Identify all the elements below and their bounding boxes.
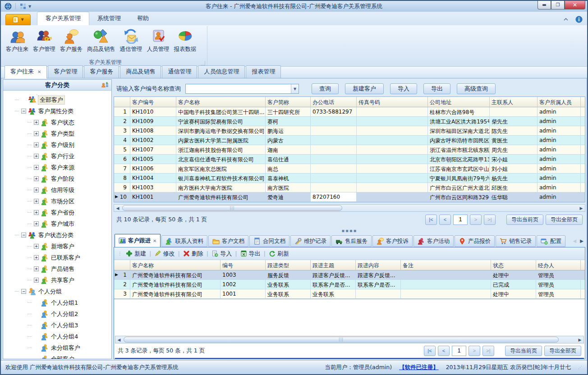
tree-expander[interactable]: − [21,233,26,238]
resize-grip-icon[interactable]: ⋰ [578,365,583,370]
customer-export-all-button[interactable]: 导出全部页 [546,215,583,225]
detail-tab-follow-up[interactable]: 客户跟进 ✕ [115,234,161,247]
tree-expander[interactable]: + [34,266,39,271]
follow-up-first-page-button[interactable]: |< [424,346,436,356]
toolbar-refresh-button[interactable]: 刷新 [269,250,289,258]
scroll-left-icon[interactable]: ◀ [115,338,123,342]
customer-search-input[interactable] [186,84,291,93]
ribbon-tab[interactable]: 客户关系管理 [37,12,89,25]
tree-item[interactable]: + 市场分区 [15,196,111,207]
tree-expander[interactable]: + [34,255,39,260]
dialog-launcher-icon[interactable] [201,61,205,65]
detail-tab-contract-docs[interactable]: 合同文档 [249,235,289,247]
column-header[interactable]: 跟进类型 [266,260,311,270]
scroll-right-icon[interactable]: ▶ [578,206,585,210]
tree-item[interactable]: + 客户省份 [15,207,111,218]
ribbon-button-customer-contacts[interactable]: 客户往来 [4,27,31,54]
close-tab-icon[interactable]: ✕ [153,238,156,243]
tree-item[interactable]: + 客户城市 [15,218,111,229]
column-header[interactable]: 办公电话 [311,97,357,107]
person-list-icon[interactable] [101,82,109,89]
tree-item[interactable]: 全部客户 [15,94,111,105]
column-header[interactable]: 备注 [401,260,491,270]
tab-scroll-right-icon[interactable]: ▶ [580,238,583,243]
customer-search-combobox[interactable]: ▼ [185,84,299,94]
toolbar-import-button[interactable]: 导入 [211,250,232,258]
info-icon[interactable] [575,16,583,23]
column-header[interactable]: 编号 [220,260,266,270]
tree-expander[interactable]: + [34,154,39,159]
table-row[interactable]: 5KH1007浙江迦南科技股份有限公司迦南浙江省温州市瓯北镇东瓯工业区园...周… [114,145,585,155]
tree-item[interactable]: + 客户类型 [15,128,111,139]
table-row[interactable]: 1KH1010中国电子科技集团公司第三十四研...三十四研究所0733-5881… [114,107,585,117]
close-button[interactable]: ✕ [565,1,585,9]
splitter-handle[interactable]: ▪▪▪▪ [114,227,585,233]
follow-up-page-input[interactable] [452,346,466,356]
minimize-button[interactable]: ▬ [537,1,551,9]
tree-item[interactable]: 个人分组4 [15,331,111,342]
column-header[interactable]: 公司地址 [428,97,490,107]
tree-item[interactable]: 个人分组1 [15,297,111,308]
doc-tab[interactable]: 报表管理 [246,65,281,78]
tree-item[interactable]: + 客户级别 [15,139,111,151]
table-row[interactable]: 7KH1006南京军区南京总医院南总江苏省南京市玄武区中山东路305号刘小姐ad… [114,164,585,174]
toolbar-delete-button[interactable]: 删除 [183,250,203,258]
follow-up-prev-page-button[interactable]: < [438,346,450,356]
table-row[interactable]: 9KH1003南方医科大学南方医院南方医院广州市白云区广州大道北1838号...… [114,183,585,192]
doc-tab[interactable]: 客户往来 ✕ [5,65,47,78]
tree-expander[interactable]: + [34,142,39,147]
table-row[interactable]: 8KH1004银川嘉泰神机工程软件技术有限公司嘉泰神机宁夏银川凤凰南街79号六楼… [114,174,585,183]
doc-tab[interactable]: 商品及销售 [120,65,161,78]
application-menu-button[interactable]: ▼ [5,14,31,25]
tree-expander[interactable]: + [34,199,39,204]
tree-item[interactable]: 未分组客户 [15,342,111,353]
customer-first-page-button[interactable]: |< [425,215,437,225]
query-button[interactable]: 导入 [390,83,417,94]
quick-access-caret-icon[interactable]: ▼ [28,5,31,9]
follow-up-next-page-button[interactable]: > [469,346,480,356]
close-tab-icon[interactable]: ✕ [37,69,41,74]
follow-up-export-all-button[interactable]: 导出全部页 [544,346,581,356]
combo-dropdown-icon[interactable]: ▼ [291,84,299,93]
doc-tab[interactable]: 客户管理 [48,65,83,78]
tree-expander[interactable]: + [34,278,39,283]
customer-last-page-button[interactable]: >| [484,215,496,225]
scrollbar-thumb[interactable]: ||| [122,205,342,211]
toolbar-export-button[interactable]: 导出 [240,250,261,258]
toolbar-new-button[interactable]: 新建 [126,250,146,258]
ribbon-button-personnel[interactable]: 人员管理 [145,27,172,54]
tree-expander[interactable]: + [34,165,39,170]
column-header[interactable]: 客户简称 [266,97,311,107]
detail-tab-complaints[interactable]: 客户投诉 [372,235,413,247]
tree-expander[interactable]: − [21,109,26,114]
detail-tab-contacts[interactable]: 联系人资料 [161,235,207,247]
table-row[interactable]: ▶10KH1001广州爱奇迪软件科技有限公司爱奇迪87207160广州市白云区同… [114,192,585,202]
ribbon-button-communication[interactable]: 通信管理 [118,27,145,54]
query-button[interactable]: 高级查询 [457,83,496,94]
detail-tab-activities[interactable]: 客户活动 [413,235,454,247]
tree-item[interactable]: + 共享客户 [15,274,111,286]
quick-access-layout-icon[interactable] [19,3,27,10]
registered-link[interactable]: 【软件已注册】 [399,364,439,371]
column-header[interactable]: 跟进主题 [311,260,356,270]
column-header[interactable]: 经办人 [536,260,581,270]
ribbon-button-customer-manage[interactable]: 客户管理 [31,27,58,54]
column-header[interactable]: 跟进内容 [356,260,401,270]
query-button[interactable]: 导出 [423,83,450,94]
doc-tab[interactable]: 通信管理 [162,65,197,78]
customer-export-current-button[interactable]: 导出当前页 [506,215,543,225]
tree-expander[interactable]: + [34,244,39,249]
table-row[interactable]: 2广州爱奇迪软件科技有限公司1002业务联系联系客户是否...联系客户是否...… [114,280,585,289]
table-row[interactable]: 4KH1002内蒙古医科大学第二附属医院内蒙古内蒙古呼和浩特市回民区内蒙古医..… [114,136,585,145]
column-header[interactable]: 客户所属人员 [537,97,581,107]
tree-expander[interactable]: + [34,131,39,136]
ribbon-button-products-sales[interactable]: 商品及销售 [85,27,118,54]
tree-item[interactable]: + 客户行业 [15,151,111,162]
tree-item[interactable]: 全部客户 [15,353,111,359]
tree-item[interactable]: − 客户属性分类 [15,105,111,117]
follow-up-export-current-button[interactable]: 导出当前页 [505,346,542,356]
ribbon-button-report-data[interactable]: 报表数据 [172,27,199,54]
column-header[interactable]: 客户名称 [176,97,266,107]
scroll-right-icon[interactable]: ▶ [576,338,583,342]
customer-next-page-button[interactable]: > [470,215,482,225]
